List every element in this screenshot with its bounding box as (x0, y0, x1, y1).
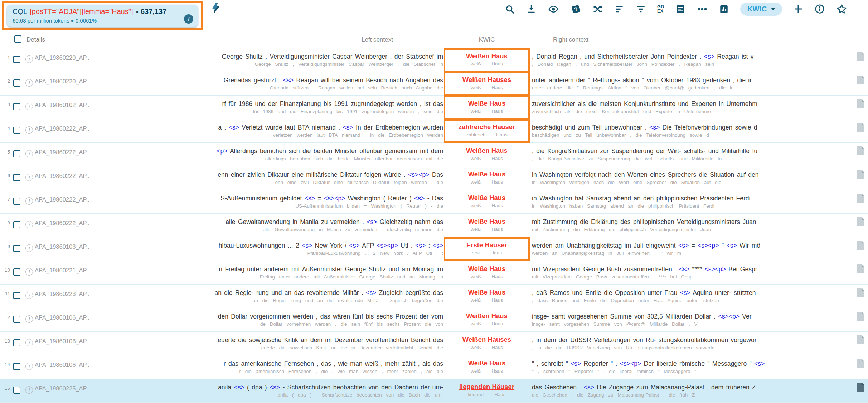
doc-id[interactable]: APA_19860222_AP... (35, 196, 89, 203)
copy-doc-icon[interactable] (857, 264, 864, 273)
sort-icon[interactable] (614, 4, 625, 14)
kwic-node[interactable]: Weißen Haus weiß Haus (445, 312, 529, 327)
table-row[interactable]: 15 i APA_19860225_AP... anila <s> ( dpa … (0, 379, 868, 403)
row-details-icon[interactable]: i (25, 103, 33, 110)
table-row[interactable]: 6 i APA_19860222_AP... enn einer zivilen… (0, 166, 868, 190)
doc-id[interactable]: APA_19860103_AP... (35, 243, 89, 250)
add-icon[interactable] (793, 4, 803, 14)
copy-doc-icon[interactable] (857, 288, 864, 297)
table-row[interactable]: 2 i APA_19860220_AP... Grenadas gestürzt… (0, 72, 868, 96)
copy-doc-icon[interactable] (857, 194, 864, 203)
row-details-icon[interactable]: i (25, 174, 33, 181)
kwic-node[interactable]: Weißen Hauses weiß Haus (445, 335, 529, 351)
row-checkbox[interactable] (13, 292, 20, 299)
search-again-icon[interactable] (505, 4, 515, 14)
table-row[interactable]: 14 i APA_19860106_AP... r das amerikanis… (0, 355, 868, 379)
doc-id[interactable]: APA_19860106_AP... (35, 338, 89, 345)
copy-doc-icon[interactable] (857, 76, 864, 84)
table-row[interactable]: 10 i APA_19860221_AP... n Freitag unter … (0, 261, 868, 285)
row-checkbox[interactable] (13, 363, 20, 370)
sentence-view-icon[interactable] (675, 4, 686, 14)
doc-id[interactable]: APA_19860102_AP... (35, 102, 89, 108)
table-row[interactable]: 8 i APA_19860222_AP... alle Gewaltanwend… (0, 214, 868, 237)
frequency-chart-icon[interactable] (719, 4, 729, 14)
kwic-node[interactable]: Weiße Haus weiß Haus (445, 217, 529, 233)
copy-doc-icon[interactable] (857, 383, 864, 392)
query-info-icon[interactable]: i (184, 14, 193, 24)
row-details-icon[interactable]: i (25, 315, 33, 323)
kwic-node[interactable]: Erste Häuser erst Haus (445, 241, 529, 256)
row-details-icon[interactable]: i (25, 339, 33, 346)
kwic-node[interactable]: Weißen Haus weiß Haus (445, 146, 529, 162)
doc-id[interactable]: APA_19860222_AP... (35, 149, 89, 156)
row-checkbox[interactable] (13, 127, 20, 134)
copy-doc-icon[interactable] (857, 217, 864, 226)
select-all-checkbox[interactable] (14, 35, 21, 43)
table-row[interactable]: 3 i APA_19860102_AP... rf für 1986 und d… (0, 96, 868, 119)
table-row[interactable]: 5 i APA_19860222_AP... <p> Allerdings be… (0, 143, 868, 166)
table-row[interactable]: 13 i APA_19860106_AP... euerte die sowje… (0, 332, 868, 355)
copy-doc-icon[interactable] (857, 170, 864, 179)
row-checkbox[interactable] (13, 103, 20, 110)
favorite-star-icon[interactable] (836, 4, 847, 15)
copy-doc-icon[interactable] (857, 123, 864, 132)
row-details-icon[interactable]: i (25, 268, 33, 276)
gdex-icon[interactable]: GDEX (657, 5, 664, 13)
random-sample-icon[interactable]: ? (570, 4, 581, 15)
kwic-node[interactable]: Weiße Haus weiß Haus (445, 170, 529, 185)
copy-doc-icon[interactable] (857, 52, 864, 61)
doc-id[interactable]: APA_19860220_AP... (35, 78, 89, 85)
shuffle-icon[interactable] (592, 4, 603, 14)
kwic-node[interactable]: Weiße Haus weiß Haus (445, 264, 529, 280)
row-checkbox[interactable] (13, 150, 20, 157)
doc-id[interactable]: APA_19860222_AP... (35, 125, 89, 132)
view-options-eye-icon[interactable] (548, 4, 559, 14)
row-details-icon[interactable]: i (25, 126, 33, 134)
kwic-node[interactable]: Weißen Haus weiß Haus (445, 52, 529, 67)
table-row[interactable]: 4 i APA_19860222_AP... a . <s> Verletzt … (0, 119, 868, 143)
row-details-icon[interactable]: i (25, 386, 33, 394)
info-icon[interactable] (814, 4, 825, 14)
row-details-icon[interactable]: i (25, 55, 33, 63)
row-checkbox[interactable] (13, 316, 20, 323)
row-details-icon[interactable]: i (25, 292, 33, 299)
row-checkbox[interactable] (13, 387, 20, 394)
doc-id[interactable]: APA_19860222_AP... (35, 220, 89, 227)
row-checkbox[interactable] (13, 268, 20, 276)
row-checkbox[interactable] (13, 245, 20, 252)
row-details-icon[interactable]: i (25, 197, 33, 205)
row-checkbox[interactable] (13, 198, 20, 205)
copy-doc-icon[interactable] (857, 312, 864, 321)
table-row[interactable]: 7 i APA_19860222_AP... S-Außenministeriu… (0, 190, 868, 214)
kwic-node[interactable]: zahlreiche Häuser zahlreich Haus (445, 123, 529, 138)
row-details-icon[interactable]: i (25, 79, 33, 87)
copy-doc-icon[interactable] (857, 241, 864, 250)
row-checkbox[interactable] (13, 56, 20, 63)
doc-id[interactable]: APA_19860221_AP... (35, 267, 89, 274)
doc-id[interactable]: APA_19860223_AP... (35, 291, 89, 297)
kwic-node[interactable]: Weiße Haus weiß Haus (445, 99, 529, 115)
kwic-node[interactable]: Weißen Hauses weiß Haus (445, 76, 529, 91)
doc-id[interactable]: APA_19860106_AP... (35, 314, 89, 321)
doc-id[interactable]: APA_19860225_AP... (35, 385, 89, 392)
kwic-node[interactable]: Weiße Haus weiß Haus (445, 194, 529, 209)
row-details-icon[interactable]: i (25, 150, 33, 157)
kwic-node[interactable]: liegenden Häuser liegend Haus (445, 383, 529, 398)
lightning-icon[interactable] (211, 2, 220, 14)
kwic-view-select[interactable]: KWIC (740, 3, 782, 16)
row-details-icon[interactable]: i (25, 244, 33, 252)
row-checkbox[interactable] (13, 339, 20, 346)
more-options-icon[interactable] (697, 4, 708, 14)
copy-doc-icon[interactable] (857, 335, 864, 344)
filter-icon[interactable] (636, 4, 646, 14)
doc-id[interactable]: APA_19860106_AP... (35, 361, 89, 368)
kwic-node[interactable]: Weiße Haus weiß Haus (445, 359, 529, 374)
copy-doc-icon[interactable] (857, 359, 864, 368)
table-row[interactable]: 9 i APA_19860103_AP... hlbau-Luxuswohnun… (0, 237, 868, 261)
doc-id[interactable]: APA_19860222_AP... (35, 173, 89, 179)
query-summary[interactable]: CQL[posTT="ADJA"][lemma="Haus"]●637,137 … (7, 5, 198, 27)
row-checkbox[interactable] (13, 221, 20, 228)
download-icon[interactable] (526, 4, 537, 14)
copy-doc-icon[interactable] (857, 146, 864, 155)
table-row[interactable]: 11 i APA_19860223_AP... an die Regie- ru… (0, 285, 868, 308)
